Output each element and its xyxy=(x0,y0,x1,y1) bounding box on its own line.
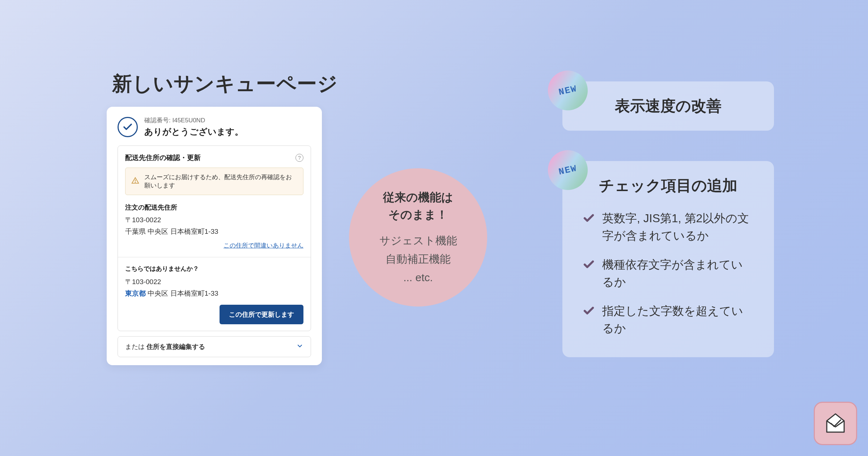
circle-item-2: 自動補正機能 xyxy=(386,250,451,268)
postal-code-1: 〒103-0022 xyxy=(125,215,303,225)
prefecture-2: 東京都 xyxy=(125,290,146,297)
edit-address-row[interactable]: または 住所を直接編集する xyxy=(118,336,311,357)
update-address-button[interactable]: この住所で更新します xyxy=(220,305,303,324)
address-section-header: 配送先住所の確認・更新 ? xyxy=(125,153,303,162)
check-item-text: 指定した文字数を超えているか xyxy=(602,302,754,337)
app-icon xyxy=(814,402,857,445)
postal-symbol: 〒 xyxy=(125,216,132,224)
postal-value-2: 103-0022 xyxy=(132,278,161,286)
postal-code-2: 〒103-0022 xyxy=(125,277,303,287)
check-item-text: 英数字, JIS第1, 第2以外の文字が含まれているか xyxy=(602,210,754,244)
success-check-icon xyxy=(118,117,138,137)
address-line-1: 千葉県 中央区 日本橋室町1-33 xyxy=(125,227,303,236)
circle-title-line2: そのまま！ xyxy=(388,208,448,221)
confirmation-number-value: I45E5U0ND xyxy=(172,117,205,124)
address-section-title: 配送先住所の確認・更新 xyxy=(125,153,201,162)
feature-circle: 従来の機能は そのまま！ サジェスト機能 自動補正機能 ... etc. xyxy=(349,168,487,307)
svg-point-1 xyxy=(135,182,135,182)
confirm-address-link[interactable]: この住所で間違いありません xyxy=(125,241,303,250)
checks-card: NEW チェック項目の追加 英数字, JIS第1, 第2以外の文字が含まれている… xyxy=(562,161,774,357)
check-list-item: 機種依存文字が含まれているか xyxy=(583,256,754,291)
prefecture-1: 千葉県 xyxy=(125,228,146,235)
checks-card-title: チェック項目の追加 xyxy=(583,176,754,196)
card-header: 確認番号: I45E5U0ND ありがとうございます。 xyxy=(118,116,311,138)
circle-item-3: ... etc. xyxy=(403,268,433,287)
postal-value-1: 103-0022 xyxy=(132,216,161,224)
warning-banner: スムーズにお届けするため、配送先住所の再確認をお願いします xyxy=(125,168,303,195)
confirmation-prefix: 確認番号: xyxy=(144,117,172,124)
address-rest-2: 中央区 日本橋室町1-33 xyxy=(146,290,218,297)
suggestion-label: こちらではありませんか？ xyxy=(125,265,303,273)
confirmation-number: 確認番号: I45E5U0ND xyxy=(144,116,311,124)
check-list-item: 英数字, JIS第1, 第2以外の文字が含まれているか xyxy=(583,210,754,244)
warning-icon xyxy=(131,177,139,186)
circle-item-1: サジェスト機能 xyxy=(379,231,457,250)
page-title: 新しいサンキューページ xyxy=(112,71,338,97)
check-icon xyxy=(583,258,595,271)
thank-you-text: ありがとうございます。 xyxy=(144,126,311,138)
circle-title: 従来の機能は そのまま！ xyxy=(383,189,453,223)
circle-title-line1: 従来の機能は xyxy=(383,191,453,204)
check-icon xyxy=(583,212,595,224)
speed-card-title: 表示速度の改善 xyxy=(583,96,754,116)
card-header-text: 確認番号: I45E5U0ND ありがとうございます。 xyxy=(144,116,311,138)
edit-row-text: または 住所を直接編集する xyxy=(125,342,205,351)
help-icon[interactable]: ? xyxy=(295,154,303,162)
edit-link-text: 住所を直接編集する xyxy=(146,343,205,350)
check-list: 英数字, JIS第1, 第2以外の文字が含まれているか 機種依存文字が含まれてい… xyxy=(583,210,754,337)
check-list-item: 指定した文字数を超えているか xyxy=(583,302,754,337)
check-icon xyxy=(583,305,595,317)
chevron-down-icon xyxy=(296,342,303,351)
postal-symbol: 〒 xyxy=(125,278,132,286)
check-item-text: 機種依存文字が含まれているか xyxy=(602,256,754,291)
speed-card: NEW 表示速度の改善 xyxy=(562,81,774,131)
address-section: 配送先住所の確認・更新 ? スムーズにお届けするため、配送先住所の再確認をお願い… xyxy=(118,145,311,331)
warning-text: スムーズにお届けするため、配送先住所の再確認をお願いします xyxy=(144,173,297,190)
address-line-2: 東京都 中央区 日本橋室町1-33 xyxy=(125,289,303,298)
edit-prefix: または xyxy=(125,343,146,350)
thank-you-card: 確認番号: I45E5U0ND ありがとうございます。 配送先住所の確認・更新 … xyxy=(107,107,322,365)
address-rest-1: 中央区 日本橋室町1-33 xyxy=(146,228,218,235)
divider xyxy=(118,257,311,257)
order-address-label: 注文の配送先住所 xyxy=(125,203,303,212)
